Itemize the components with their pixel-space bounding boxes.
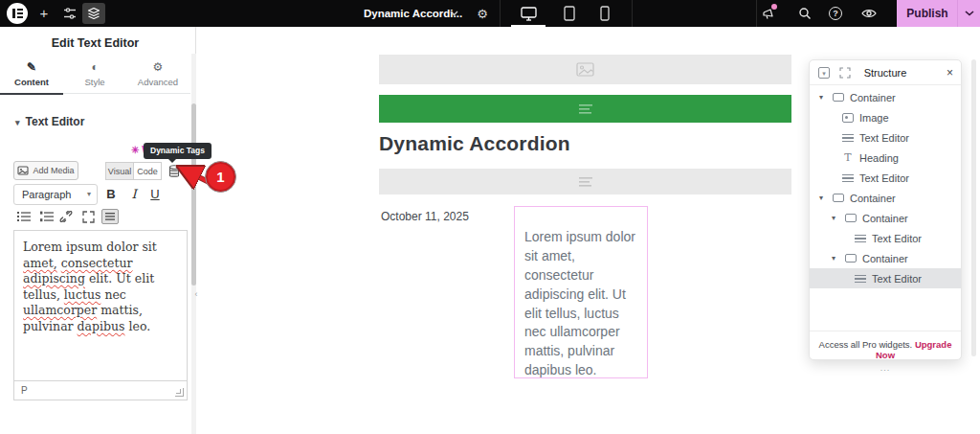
edit-widget-panel: Edit Text Editor ✎ Content ◐ Style ⚙ Adv… (0, 27, 196, 434)
canvas-scrollbar[interactable] (971, 59, 976, 356)
section-text-editor[interactable]: ▾Text Editor (15, 115, 84, 128)
link-icon[interactable] (57, 209, 75, 224)
preview-eye-icon[interactable] (859, 3, 879, 24)
structure-item-label: Text Editor (872, 233, 922, 244)
document-chevron-down-icon[interactable] (446, 3, 461, 24)
structure-item-label: Container (850, 92, 896, 103)
structure-item-container[interactable]: ▾Container (810, 87, 961, 107)
structure-tree: ▾ContainerImageText EditorTHeadingText E… (810, 87, 961, 288)
structure-item-text-editor[interactable]: Text Editor (810, 168, 961, 188)
fullscreen-icon[interactable] (79, 209, 97, 224)
publish-options-chevron-icon[interactable] (958, 0, 980, 27)
structure-item-label: Text Editor (872, 273, 922, 285)
tablet-view-icon[interactable] (562, 3, 577, 24)
italic-button[interactable]: I (124, 184, 144, 205)
top-bar: + Dynamic Accordi... ⚙ ? (0, 0, 980, 27)
add-media-button[interactable]: Add Media (13, 161, 78, 180)
bold-button[interactable]: B (101, 184, 121, 205)
elementor-logo[interactable] (7, 3, 28, 24)
structure-item-heading[interactable]: THeading (810, 148, 961, 168)
selected-text-editor-widget[interactable]: Lorem ipsum dolor sit amet, consectetur … (514, 206, 648, 378)
structure-title: Structure (810, 60, 961, 85)
tab-style[interactable]: ◐ Style (63, 54, 126, 94)
document-settings-gear-icon[interactable]: ⚙ (474, 3, 491, 24)
style-icon: ◐ (91, 61, 98, 74)
publish-label: Publish (897, 0, 958, 27)
panel-scrollbar-thumb[interactable] (191, 103, 196, 286)
topbar-divider (500, 0, 501, 27)
container-icon (845, 214, 857, 222)
structure-item-label: Container (862, 253, 908, 264)
bullet-list-icon[interactable] (15, 209, 33, 224)
finder-search-icon[interactable] (796, 3, 813, 24)
topbar-divider (756, 0, 757, 27)
mobile-view-icon[interactable] (598, 3, 612, 24)
desktop-view-icon[interactable] (519, 3, 538, 24)
structure-item-container[interactable]: ▾Container (810, 188, 961, 208)
notification-dot (771, 4, 777, 10)
wp-editor-statusbar: P (13, 381, 188, 400)
structure-item-label: Text Editor (859, 172, 909, 184)
site-settings-icon[interactable] (59, 3, 80, 24)
elementor-logo-glyph (12, 9, 15, 18)
numbered-list-icon[interactable] (38, 209, 56, 224)
code-tab[interactable]: Code (134, 162, 162, 180)
tab-content[interactable]: ✎ Content (0, 54, 63, 94)
structure-panel: ▾ Structure × ▾ContainerImageText Editor… (809, 59, 962, 360)
annotation-step-badge: 1 (205, 161, 236, 193)
close-icon[interactable]: × (947, 60, 953, 85)
wp-editor-content[interactable]: Lorem ipsum dolor sit amet, consectetur … (13, 230, 188, 381)
topbar-divider (632, 0, 633, 27)
container-icon (833, 93, 844, 102)
text-widget-placeholder[interactable] (379, 169, 791, 194)
structure-item-image[interactable]: Image (810, 107, 961, 127)
heading-icon: T (842, 152, 854, 163)
structure-item-label: Container (862, 213, 908, 224)
help-icon[interactable]: ? (829, 7, 842, 20)
image-widget-placeholder[interactable] (379, 55, 791, 84)
elementor-editor: + Dynamic Accordi... ⚙ ? (0, 0, 980, 434)
caret-down-icon[interactable]: ▾ (819, 194, 827, 202)
visual-tab[interactable]: Visual (105, 162, 134, 180)
text-icon (842, 174, 854, 182)
publish-button[interactable]: Publish (897, 0, 980, 27)
toolbar-toggle-icon[interactable] (101, 209, 119, 224)
page-heading[interactable]: Dynamic Accordion (379, 132, 570, 155)
post-date[interactable]: October 11, 2025 (381, 210, 469, 223)
structure-panel-icon[interactable] (82, 3, 105, 24)
path-label: P (21, 385, 28, 396)
pro-widgets-text: Access all Pro widgets. (819, 339, 913, 350)
structure-item-text-editor[interactable]: Text Editor (810, 228, 961, 248)
panel-title: Edit Text Editor (0, 36, 190, 50)
structure-item-container[interactable]: ▾Container (810, 248, 961, 268)
tab-advanced[interactable]: ⚙ Advanced (126, 54, 189, 94)
structure-item-label: Container (850, 193, 896, 204)
image-icon (842, 113, 854, 123)
pencil-icon: ✎ (27, 61, 36, 74)
panel-collapse-chevron-icon[interactable]: ‹ (192, 282, 200, 307)
container-icon (833, 194, 844, 202)
resize-handle[interactable] (175, 388, 184, 397)
panel-tabs: ✎ Content ◐ Style ⚙ Advanced (0, 54, 190, 94)
structure-header: ▾ Structure × (810, 60, 961, 85)
container-icon (845, 254, 857, 263)
underline-button[interactable]: U (145, 184, 165, 205)
paragraph-format-select[interactable]: Paragraph ▾ (13, 184, 98, 205)
structure-item-label: Heading (859, 152, 899, 164)
text-icon (855, 275, 866, 283)
structure-item-label: Text Editor (859, 132, 909, 144)
structure-item-text-editor[interactable]: Text Editor (810, 127, 961, 148)
text-icon (842, 134, 854, 142)
resize-dots[interactable]: ... (810, 363, 961, 373)
structure-item-container[interactable]: ▾Container (810, 208, 961, 228)
caret-down-icon[interactable]: ▾ (832, 254, 839, 263)
structure-footer: Access all Pro widgets. Upgrade Now ... (810, 331, 961, 373)
add-element-icon[interactable]: + (35, 0, 53, 27)
structure-item-text-editor[interactable]: Text Editor (810, 268, 961, 288)
select-caret-icon: ▾ (87, 185, 91, 204)
caret-down-icon[interactable]: ▾ (819, 93, 827, 102)
gear-icon: ⚙ (153, 61, 164, 74)
structure-item-label: Image (859, 112, 889, 124)
caret-down-icon[interactable]: ▾ (832, 214, 839, 222)
text-editor-widget-green[interactable] (379, 95, 791, 123)
